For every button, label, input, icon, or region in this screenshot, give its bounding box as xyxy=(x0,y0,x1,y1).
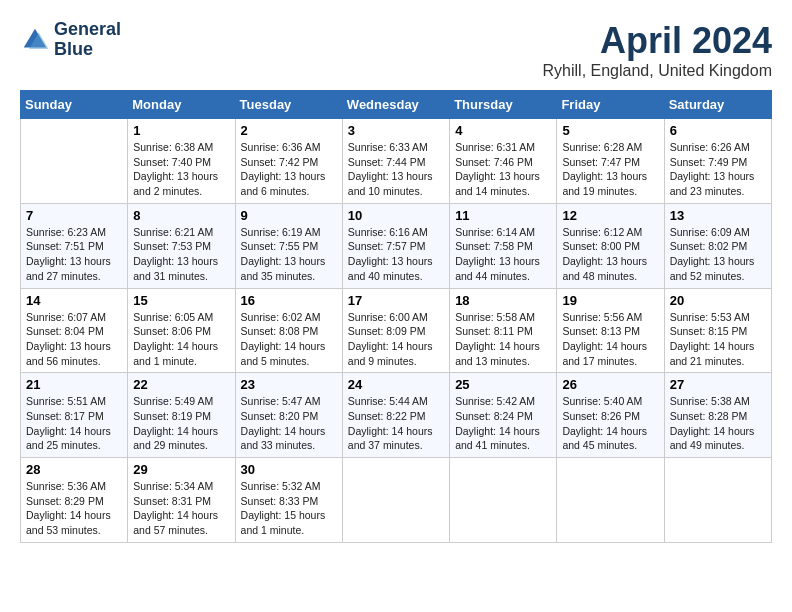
day-number: 11 xyxy=(455,208,551,223)
month-title: April 2024 xyxy=(543,20,772,62)
logo-text: General Blue xyxy=(54,20,121,60)
day-info: Sunrise: 6:14 AM Sunset: 7:58 PM Dayligh… xyxy=(455,225,551,284)
calendar-cell: 6Sunrise: 6:26 AM Sunset: 7:49 PM Daylig… xyxy=(664,119,771,204)
day-number: 22 xyxy=(133,377,229,392)
calendar-body: 1Sunrise: 6:38 AM Sunset: 7:40 PM Daylig… xyxy=(21,119,772,543)
day-number: 14 xyxy=(26,293,122,308)
day-number: 20 xyxy=(670,293,766,308)
weekday-header-friday: Friday xyxy=(557,91,664,119)
day-info: Sunrise: 5:53 AM Sunset: 8:15 PM Dayligh… xyxy=(670,310,766,369)
page-header: General Blue April 2024 Ryhill, England,… xyxy=(20,20,772,80)
day-info: Sunrise: 6:16 AM Sunset: 7:57 PM Dayligh… xyxy=(348,225,444,284)
day-number: 10 xyxy=(348,208,444,223)
calendar-cell: 9Sunrise: 6:19 AM Sunset: 7:55 PM Daylig… xyxy=(235,203,342,288)
day-number: 26 xyxy=(562,377,658,392)
calendar-cell: 17Sunrise: 6:00 AM Sunset: 8:09 PM Dayli… xyxy=(342,288,449,373)
day-number: 12 xyxy=(562,208,658,223)
title-block: April 2024 Ryhill, England, United Kingd… xyxy=(543,20,772,80)
calendar-cell: 30Sunrise: 5:32 AM Sunset: 8:33 PM Dayli… xyxy=(235,458,342,543)
day-number: 13 xyxy=(670,208,766,223)
day-number: 19 xyxy=(562,293,658,308)
day-number: 15 xyxy=(133,293,229,308)
calendar-cell: 20Sunrise: 5:53 AM Sunset: 8:15 PM Dayli… xyxy=(664,288,771,373)
calendar-week-5: 28Sunrise: 5:36 AM Sunset: 8:29 PM Dayli… xyxy=(21,458,772,543)
day-info: Sunrise: 5:42 AM Sunset: 8:24 PM Dayligh… xyxy=(455,394,551,453)
day-number: 5 xyxy=(562,123,658,138)
weekday-header-wednesday: Wednesday xyxy=(342,91,449,119)
calendar-cell: 16Sunrise: 6:02 AM Sunset: 8:08 PM Dayli… xyxy=(235,288,342,373)
day-info: Sunrise: 6:33 AM Sunset: 7:44 PM Dayligh… xyxy=(348,140,444,199)
calendar-cell xyxy=(557,458,664,543)
day-info: Sunrise: 6:31 AM Sunset: 7:46 PM Dayligh… xyxy=(455,140,551,199)
day-number: 23 xyxy=(241,377,337,392)
day-info: Sunrise: 6:02 AM Sunset: 8:08 PM Dayligh… xyxy=(241,310,337,369)
day-info: Sunrise: 6:05 AM Sunset: 8:06 PM Dayligh… xyxy=(133,310,229,369)
day-number: 7 xyxy=(26,208,122,223)
calendar-cell: 26Sunrise: 5:40 AM Sunset: 8:26 PM Dayli… xyxy=(557,373,664,458)
day-number: 4 xyxy=(455,123,551,138)
day-info: Sunrise: 6:26 AM Sunset: 7:49 PM Dayligh… xyxy=(670,140,766,199)
day-number: 6 xyxy=(670,123,766,138)
calendar-header-row: SundayMondayTuesdayWednesdayThursdayFrid… xyxy=(21,91,772,119)
weekday-header-monday: Monday xyxy=(128,91,235,119)
day-info: Sunrise: 6:09 AM Sunset: 8:02 PM Dayligh… xyxy=(670,225,766,284)
location: Ryhill, England, United Kingdom xyxy=(543,62,772,80)
calendar-cell: 24Sunrise: 5:44 AM Sunset: 8:22 PM Dayli… xyxy=(342,373,449,458)
day-info: Sunrise: 5:47 AM Sunset: 8:20 PM Dayligh… xyxy=(241,394,337,453)
day-info: Sunrise: 6:21 AM Sunset: 7:53 PM Dayligh… xyxy=(133,225,229,284)
day-info: Sunrise: 5:56 AM Sunset: 8:13 PM Dayligh… xyxy=(562,310,658,369)
day-number: 3 xyxy=(348,123,444,138)
calendar-cell: 27Sunrise: 5:38 AM Sunset: 8:28 PM Dayli… xyxy=(664,373,771,458)
day-info: Sunrise: 5:34 AM Sunset: 8:31 PM Dayligh… xyxy=(133,479,229,538)
calendar-cell: 19Sunrise: 5:56 AM Sunset: 8:13 PM Dayli… xyxy=(557,288,664,373)
day-number: 16 xyxy=(241,293,337,308)
calendar-cell xyxy=(664,458,771,543)
logo-icon xyxy=(20,25,50,55)
weekday-header-tuesday: Tuesday xyxy=(235,91,342,119)
calendar-cell: 28Sunrise: 5:36 AM Sunset: 8:29 PM Dayli… xyxy=(21,458,128,543)
calendar-week-3: 14Sunrise: 6:07 AM Sunset: 8:04 PM Dayli… xyxy=(21,288,772,373)
day-number: 18 xyxy=(455,293,551,308)
day-info: Sunrise: 5:44 AM Sunset: 8:22 PM Dayligh… xyxy=(348,394,444,453)
day-number: 29 xyxy=(133,462,229,477)
day-info: Sunrise: 6:19 AM Sunset: 7:55 PM Dayligh… xyxy=(241,225,337,284)
day-number: 25 xyxy=(455,377,551,392)
calendar-cell: 7Sunrise: 6:23 AM Sunset: 7:51 PM Daylig… xyxy=(21,203,128,288)
calendar-week-4: 21Sunrise: 5:51 AM Sunset: 8:17 PM Dayli… xyxy=(21,373,772,458)
day-info: Sunrise: 5:51 AM Sunset: 8:17 PM Dayligh… xyxy=(26,394,122,453)
day-number: 9 xyxy=(241,208,337,223)
calendar-cell xyxy=(342,458,449,543)
day-number: 1 xyxy=(133,123,229,138)
day-info: Sunrise: 6:38 AM Sunset: 7:40 PM Dayligh… xyxy=(133,140,229,199)
calendar-cell: 21Sunrise: 5:51 AM Sunset: 8:17 PM Dayli… xyxy=(21,373,128,458)
calendar-cell: 12Sunrise: 6:12 AM Sunset: 8:00 PM Dayli… xyxy=(557,203,664,288)
day-info: Sunrise: 5:40 AM Sunset: 8:26 PM Dayligh… xyxy=(562,394,658,453)
calendar-cell: 11Sunrise: 6:14 AM Sunset: 7:58 PM Dayli… xyxy=(450,203,557,288)
calendar-cell: 13Sunrise: 6:09 AM Sunset: 8:02 PM Dayli… xyxy=(664,203,771,288)
logo: General Blue xyxy=(20,20,121,60)
calendar-table: SundayMondayTuesdayWednesdayThursdayFrid… xyxy=(20,90,772,543)
day-number: 28 xyxy=(26,462,122,477)
calendar-week-1: 1Sunrise: 6:38 AM Sunset: 7:40 PM Daylig… xyxy=(21,119,772,204)
calendar-cell xyxy=(450,458,557,543)
day-info: Sunrise: 6:36 AM Sunset: 7:42 PM Dayligh… xyxy=(241,140,337,199)
calendar-cell: 14Sunrise: 6:07 AM Sunset: 8:04 PM Dayli… xyxy=(21,288,128,373)
calendar-week-2: 7Sunrise: 6:23 AM Sunset: 7:51 PM Daylig… xyxy=(21,203,772,288)
day-number: 2 xyxy=(241,123,337,138)
calendar-cell: 25Sunrise: 5:42 AM Sunset: 8:24 PM Dayli… xyxy=(450,373,557,458)
day-number: 21 xyxy=(26,377,122,392)
calendar-cell: 3Sunrise: 6:33 AM Sunset: 7:44 PM Daylig… xyxy=(342,119,449,204)
calendar-cell: 2Sunrise: 6:36 AM Sunset: 7:42 PM Daylig… xyxy=(235,119,342,204)
day-info: Sunrise: 5:36 AM Sunset: 8:29 PM Dayligh… xyxy=(26,479,122,538)
calendar-cell: 18Sunrise: 5:58 AM Sunset: 8:11 PM Dayli… xyxy=(450,288,557,373)
day-info: Sunrise: 6:28 AM Sunset: 7:47 PM Dayligh… xyxy=(562,140,658,199)
calendar-cell: 1Sunrise: 6:38 AM Sunset: 7:40 PM Daylig… xyxy=(128,119,235,204)
day-number: 8 xyxy=(133,208,229,223)
calendar-cell: 29Sunrise: 5:34 AM Sunset: 8:31 PM Dayli… xyxy=(128,458,235,543)
day-info: Sunrise: 6:07 AM Sunset: 8:04 PM Dayligh… xyxy=(26,310,122,369)
weekday-header-sunday: Sunday xyxy=(21,91,128,119)
day-number: 30 xyxy=(241,462,337,477)
weekday-header-thursday: Thursday xyxy=(450,91,557,119)
day-info: Sunrise: 5:58 AM Sunset: 8:11 PM Dayligh… xyxy=(455,310,551,369)
day-number: 17 xyxy=(348,293,444,308)
